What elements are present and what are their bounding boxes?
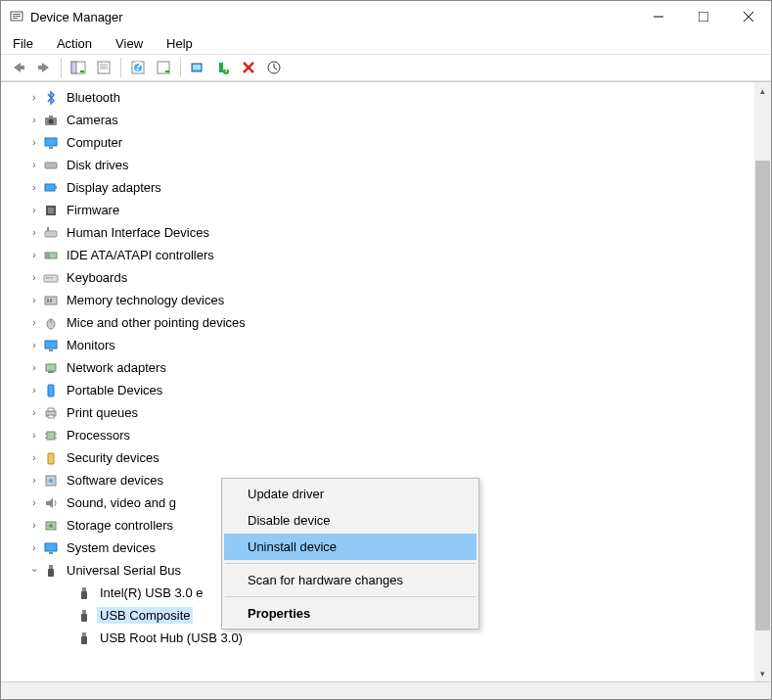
svg-rect-8 [20,66,24,70]
chevron-right-icon[interactable]: › [28,497,40,508]
update-driver-button[interactable] [262,57,286,78]
tree-item-network[interactable]: ›Network adapters [1,356,754,379]
add-legacy-button[interactable]: + [211,57,235,78]
svg-rect-23 [193,65,201,70]
chevron-right-icon[interactable]: › [28,272,40,283]
tree-label: Mice and other pointing devices [64,314,249,331]
svg-point-36 [54,164,56,166]
printer-icon [42,404,60,422]
tree-item-disk-drives[interactable]: ›Disk drives [1,154,754,176]
tree-item-monitors[interactable]: ›Monitors [1,334,754,356]
hid-icon [42,224,60,242]
usb-icon [42,562,60,580]
chevron-right-icon[interactable]: › [28,407,40,418]
minimize-button[interactable] [636,1,681,32]
toolbar: ? + [1,54,771,81]
chevron-right-icon[interactable]: › [28,137,40,148]
ctx-disable-device[interactable]: Disable device [224,507,477,534]
svg-rect-81 [82,632,86,636]
chevron-right-icon[interactable]: › [28,205,40,215]
properties-button[interactable] [92,57,115,78]
tree-item-memory-tech[interactable]: ›Memory technology devices [1,289,754,311]
forward-button[interactable] [32,57,56,78]
chevron-right-icon[interactable]: › [28,542,40,553]
maximize-button[interactable] [681,1,726,32]
context-menu-separator [225,596,476,597]
tree-item-display-adapters[interactable]: ›Display adapters [1,176,754,199]
chevron-right-icon[interactable]: › [28,227,40,238]
menu-action[interactable]: Action [53,34,96,53]
chevron-right-icon[interactable]: › [28,385,40,396]
tree-item-ide[interactable]: ›IDE ATA/ATAPI controllers [1,244,754,266]
chevron-right-icon[interactable]: › [28,160,40,170]
scroll-down-button[interactable]: ▾ [754,665,771,681]
chevron-right-icon[interactable]: › [28,250,40,260]
tree-item-print-queues[interactable]: ›Print queues [1,401,754,424]
svg-rect-11 [71,62,76,73]
chevron-right-icon[interactable]: › [28,362,40,373]
chevron-right-icon[interactable]: › [28,520,40,531]
back-button[interactable] [7,57,30,78]
tree-item-mice[interactable]: ›Mice and other pointing devices [1,311,754,334]
tree-item-computer[interactable]: ›Computer [1,131,754,154]
svg-rect-9 [38,66,43,70]
action-button[interactable] [152,57,175,78]
tree-label: Display adapters [64,179,164,196]
svg-rect-38 [55,186,57,189]
vertical-scrollbar[interactable]: ▴ ▾ [754,82,771,681]
context-menu: Update driver Disable device Uninstall d… [221,478,479,630]
svg-rect-34 [49,147,53,149]
menu-help[interactable]: Help [162,34,197,53]
svg-rect-33 [45,138,57,146]
tree-item-bluetooth[interactable]: ›Bluetooth [1,86,754,109]
svg-rect-63 [47,432,55,440]
usb-device-icon [75,607,93,625]
scroll-up-button[interactable]: ▴ [754,82,771,99]
tree-item-portable[interactable]: ›Portable Devices [1,379,754,401]
tree-item-processors[interactable]: ›Processors [1,424,754,446]
tree-item-cameras[interactable]: ›Cameras [1,109,754,131]
svg-rect-12 [80,70,84,72]
chevron-right-icon[interactable]: › [28,475,40,486]
show-hide-tree-button[interactable] [67,57,90,78]
uninstall-button[interactable] [237,57,260,78]
menu-view[interactable]: View [112,34,147,53]
help-button[interactable]: ? [126,57,150,78]
ctx-properties[interactable]: Properties [224,600,477,627]
ctx-uninstall-device[interactable]: Uninstall device [224,534,477,560]
chevron-right-icon[interactable]: › [28,182,40,193]
tree-label: Intel(R) USB 3.0 e [97,584,206,601]
menu-file[interactable]: File [9,34,37,53]
svg-rect-57 [46,364,56,371]
close-button[interactable] [726,1,771,32]
storage-icon [42,517,60,535]
tree-item-usb-root-hub[interactable]: USB Root Hub (USB 3.0) [1,627,754,649]
chevron-right-icon[interactable]: › [28,295,40,305]
tree-label: Monitors [64,337,118,353]
chevron-right-icon[interactable]: › [28,340,40,350]
chevron-right-icon[interactable]: › [28,115,40,125]
tree-label: IDE ATA/ATAPI controllers [64,247,217,263]
svg-rect-82 [81,636,87,644]
chevron-right-icon[interactable]: › [28,317,40,328]
menubar: File Action View Help [1,32,771,54]
chevron-down-icon[interactable]: › [29,565,40,577]
svg-rect-47 [46,277,48,279]
svg-rect-74 [49,552,53,554]
tree-item-firmware[interactable]: ›Firmware [1,199,754,221]
tree-item-security[interactable]: ›Security devices [1,446,754,469]
chevron-right-icon[interactable]: › [28,92,40,103]
ctx-scan-hardware[interactable]: Scan for hardware changes [224,567,477,593]
svg-rect-2 [13,16,21,17]
ctx-update-driver[interactable]: Update driver [224,481,477,507]
network-icon [42,359,60,377]
chevron-right-icon[interactable]: › [28,452,40,463]
software-icon [42,472,60,490]
svg-rect-3 [13,18,18,19]
tree-item-hid[interactable]: ›Human Interface Devices [1,221,754,244]
chevron-right-icon[interactable]: › [28,430,40,441]
scan-hardware-button[interactable] [186,57,209,78]
tree-item-keyboards[interactable]: ›Keyboards [1,266,754,289]
camera-icon [42,112,60,129]
scroll-thumb[interactable] [755,161,770,630]
